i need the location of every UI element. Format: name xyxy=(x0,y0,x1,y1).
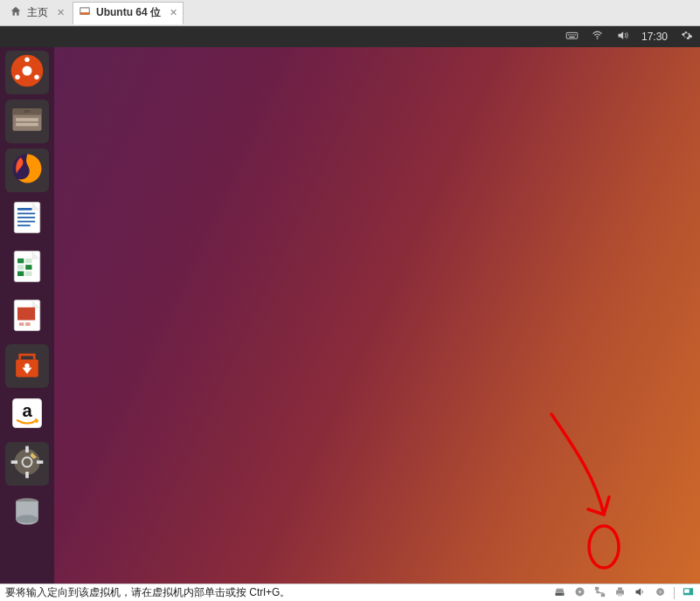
clock[interactable]: 17:30 xyxy=(641,31,668,43)
launcher-files[interactable] xyxy=(5,100,49,143)
tab-home-label: 主页 xyxy=(27,5,48,20)
svg-point-11 xyxy=(24,57,30,62)
svg-rect-5 xyxy=(572,34,573,35)
separator xyxy=(674,587,675,599)
svg-rect-44 xyxy=(25,472,29,478)
hard-disk-icon[interactable] xyxy=(553,585,566,601)
libreoffice-writer-icon xyxy=(8,198,46,240)
svg-rect-35 xyxy=(19,322,24,326)
svg-rect-56 xyxy=(618,587,622,590)
svg-rect-1 xyxy=(80,12,90,14)
svg-point-10 xyxy=(23,66,32,76)
svg-rect-29 xyxy=(17,265,24,270)
svg-rect-57 xyxy=(618,593,622,596)
svg-rect-23 xyxy=(17,217,35,218)
svg-point-13 xyxy=(34,75,39,79)
sound-icon[interactable] xyxy=(634,585,647,601)
svg-point-41 xyxy=(14,449,39,474)
camera-icon[interactable] xyxy=(654,585,667,601)
home-icon xyxy=(10,5,22,20)
launcher-impress[interactable] xyxy=(5,295,49,339)
svg-rect-45 xyxy=(11,460,17,464)
svg-rect-32 xyxy=(25,272,31,277)
trash-icon xyxy=(8,492,46,534)
launcher-trash[interactable] xyxy=(5,491,49,535)
svg-rect-43 xyxy=(25,446,29,452)
amazon-icon: a xyxy=(8,394,46,436)
tab-home[interactable]: 主页 ✕ xyxy=(3,2,71,24)
svg-point-12 xyxy=(15,75,20,79)
search-icon xyxy=(8,52,46,93)
volume-icon[interactable] xyxy=(616,29,629,45)
firefox-icon xyxy=(8,149,46,191)
svg-rect-17 xyxy=(16,123,38,127)
launcher-amazon[interactable]: a xyxy=(5,393,49,437)
hand-drawn-annotation xyxy=(473,397,648,575)
launcher-software[interactable] xyxy=(5,344,49,388)
svg-point-49 xyxy=(589,526,619,568)
svg-point-38 xyxy=(24,363,30,369)
svg-rect-3 xyxy=(568,34,569,35)
svg-rect-46 xyxy=(37,460,43,464)
svg-rect-61 xyxy=(684,589,690,592)
cd-icon[interactable] xyxy=(573,585,586,601)
svg-point-48 xyxy=(16,515,38,523)
svg-rect-22 xyxy=(17,213,35,215)
svg-rect-30 xyxy=(25,265,31,270)
ubuntu-top-panel: 17:30 xyxy=(0,26,700,47)
printer-icon[interactable] xyxy=(613,585,627,601)
svg-rect-24 xyxy=(17,221,35,223)
svg-rect-21 xyxy=(17,208,32,211)
launcher-calc[interactable] xyxy=(5,246,49,290)
status-message: 要将输入定向到该虚拟机，请在虚拟机内部单击或按 Ctrl+G。 xyxy=(5,585,290,600)
svg-point-52 xyxy=(579,591,581,593)
svg-rect-53 xyxy=(595,586,599,590)
launcher-firefox[interactable] xyxy=(5,149,49,192)
libreoffice-impress-icon xyxy=(8,296,46,338)
svg-rect-28 xyxy=(25,259,31,264)
svg-point-50 xyxy=(562,593,563,594)
settings-icon xyxy=(8,443,46,485)
libreoffice-calc-icon xyxy=(8,247,46,289)
close-icon[interactable]: ✕ xyxy=(57,7,65,18)
svg-rect-54 xyxy=(601,593,605,597)
keyboard-icon[interactable] xyxy=(565,29,579,45)
svg-rect-36 xyxy=(25,322,30,326)
svg-rect-27 xyxy=(17,259,24,264)
launcher-settings[interactable] xyxy=(5,442,49,486)
svg-rect-31 xyxy=(17,272,24,277)
tab-ubuntu-label: Ubuntu 64 位 xyxy=(96,5,161,20)
svg-rect-6 xyxy=(575,34,576,35)
launcher-dash[interactable] xyxy=(5,51,49,94)
desktop-wallpaper[interactable] xyxy=(54,47,700,584)
svg-rect-4 xyxy=(571,34,572,35)
svg-rect-2 xyxy=(566,32,578,38)
launcher-writer[interactable] xyxy=(5,197,49,241)
svg-rect-18 xyxy=(24,110,30,113)
tab-ubuntu[interactable]: Ubuntu 64 位 ✕ xyxy=(73,2,184,24)
ubuntu-software-icon xyxy=(8,345,46,387)
unity-launcher: a xyxy=(0,47,54,584)
vmware-status-icons xyxy=(553,585,695,601)
network-icon[interactable] xyxy=(593,585,606,601)
vm-icon xyxy=(79,5,91,20)
close-icon[interactable]: ✕ xyxy=(170,7,177,18)
ubuntu-desktop-body: a xyxy=(0,47,700,584)
gear-icon[interactable] xyxy=(680,29,693,45)
files-icon xyxy=(8,100,46,142)
svg-point-59 xyxy=(659,590,662,593)
svg-text:a: a xyxy=(22,401,32,420)
desktop-area: 17:30 xyxy=(0,26,700,584)
vmware-status-bar: 要将输入定向到该虚拟机，请在虚拟机内部单击或按 Ctrl+G。 xyxy=(0,584,700,601)
vmware-tab-bar: 主页 ✕ Ubuntu 64 位 ✕ xyxy=(0,0,700,26)
wifi-icon[interactable] xyxy=(591,29,604,45)
svg-rect-34 xyxy=(17,307,35,321)
svg-rect-7 xyxy=(569,37,574,38)
fullscreen-icon[interactable] xyxy=(682,585,695,601)
svg-rect-16 xyxy=(16,118,38,121)
svg-rect-25 xyxy=(17,225,31,226)
svg-point-8 xyxy=(597,38,599,39)
